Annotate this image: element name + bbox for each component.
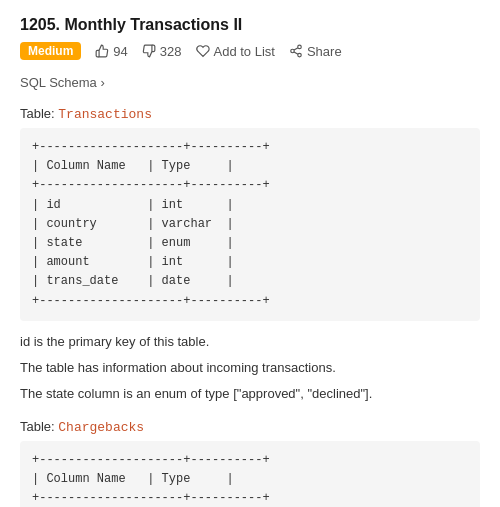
schema-block-1: +--------------------+----------+ | Colu… bbox=[20, 441, 480, 507]
desc-0-0: id is the primary key of this table. bbox=[20, 331, 480, 353]
thumbs-up-icon bbox=[95, 44, 109, 58]
share-icon bbox=[289, 44, 303, 58]
share-button[interactable]: Share bbox=[289, 44, 342, 59]
upvotes: 94 bbox=[95, 44, 127, 59]
desc-0-1: The table has information about incoming… bbox=[20, 357, 480, 379]
table-name-0: Transactions bbox=[58, 107, 152, 122]
heart-icon bbox=[196, 44, 210, 58]
table-section-1: Table: Chargebacks +--------------------… bbox=[20, 419, 480, 507]
table-label-0: Table: Transactions bbox=[20, 106, 480, 122]
table-label-1: Table: Chargebacks bbox=[20, 419, 480, 435]
add-to-list-button[interactable]: Add to List bbox=[196, 44, 275, 59]
description-0: id is the primary key of this table. The… bbox=[20, 331, 480, 405]
svg-line-3 bbox=[294, 52, 298, 54]
svg-point-2 bbox=[298, 53, 302, 57]
table-section-0: Table: Transactions +-------------------… bbox=[20, 106, 480, 405]
difficulty-badge: Medium bbox=[20, 42, 81, 60]
table-name-1: Chargebacks bbox=[58, 420, 144, 435]
problem-title: 1205. Monthly Transactions II bbox=[20, 16, 480, 34]
meta-row: Medium 94 328 Add to List Share bbox=[20, 42, 480, 60]
svg-point-1 bbox=[291, 49, 295, 53]
schema-block-0: +--------------------+----------+ | Colu… bbox=[20, 128, 480, 321]
svg-point-0 bbox=[298, 45, 302, 49]
thumbs-down-icon bbox=[142, 44, 156, 58]
downvotes: 328 bbox=[142, 44, 182, 59]
sql-schema-link[interactable]: SQL Schema › bbox=[20, 75, 105, 90]
svg-line-4 bbox=[294, 48, 298, 50]
desc-0-2: The state column is an enum of type ["ap… bbox=[20, 383, 480, 405]
tables-container: Table: Transactions +-------------------… bbox=[20, 106, 480, 507]
